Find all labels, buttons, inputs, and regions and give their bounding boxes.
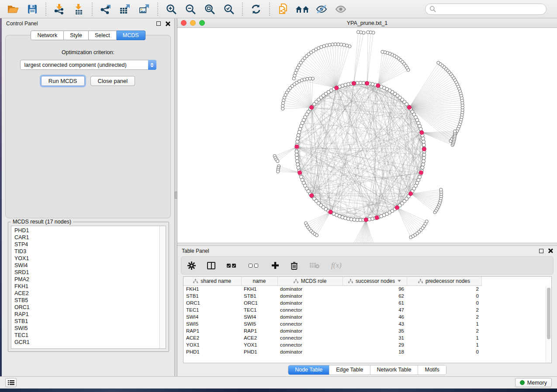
mcds-result-item[interactable]: SWI5	[14, 325, 166, 332]
mcds-result-item[interactable]: SRD1	[14, 269, 166, 276]
cell-successor-nodes[interactable]: 18	[343, 348, 407, 355]
cell-predecessor-nodes[interactable]: 2	[407, 285, 481, 292]
deselect-all-button[interactable]	[249, 260, 260, 271]
column-header-mcds-role[interactable]: MCDS role	[277, 277, 343, 285]
select-all-button[interactable]	[227, 260, 237, 271]
table-row[interactable]: SWI5 SWI5 connector 43 1	[183, 320, 481, 327]
cell-shared-name[interactable]: PHD1	[183, 348, 241, 355]
mcds-result-item[interactable]: TID3	[14, 248, 166, 255]
table-split-view-button[interactable]	[207, 260, 215, 271]
add-column-button[interactable]	[271, 260, 279, 271]
mcds-result-item[interactable]: STP4	[14, 241, 166, 248]
refresh-button[interactable]	[247, 2, 265, 17]
cell-mcds-role[interactable]: connector	[277, 320, 343, 327]
table-scrollbar[interactable]	[546, 286, 551, 362]
mcds-result-item[interactable]: PMA2	[14, 276, 166, 283]
open-file-button[interactable]	[4, 2, 22, 17]
zoom-out-button[interactable]	[182, 2, 199, 17]
show-panels-button[interactable]	[5, 378, 17, 387]
mcds-result-item[interactable]: STB1	[14, 318, 166, 325]
table-row[interactable]: RAP1 RAP1 dominator 35 2	[183, 327, 481, 334]
mcds-result-item[interactable]: YOX1	[14, 255, 166, 262]
cell-name[interactable]: YOX1	[241, 341, 277, 348]
mcds-result-item[interactable]: TEC1	[14, 332, 166, 339]
cell-shared-name[interactable]: FKH1	[183, 285, 241, 292]
cell-successor-nodes[interactable]: 31	[343, 334, 407, 341]
search-box[interactable]	[425, 3, 547, 15]
mcds-result-item[interactable]: FKH1	[14, 283, 166, 290]
cell-successor-nodes[interactable]: 46	[343, 313, 407, 320]
cell-predecessor-nodes[interactable]: 1	[407, 341, 481, 348]
table-row[interactable]: PHD1 PHD1 dominator 18 0	[183, 348, 481, 355]
cell-mcds-role[interactable]: connector	[277, 306, 343, 313]
zoom-selected-button[interactable]	[220, 2, 238, 17]
table-scrollbar-thumb[interactable]	[547, 288, 550, 339]
cell-name[interactable]: PHD1	[241, 348, 277, 355]
cell-shared-name[interactable]: TEC1	[183, 306, 241, 313]
cell-shared-name[interactable]: STB1	[183, 292, 241, 299]
cell-shared-name[interactable]: YOX1	[183, 341, 241, 348]
cell-successor-nodes[interactable]: 43	[343, 320, 407, 327]
table-row[interactable]: ACE2 ACE2 connector 31 1	[183, 334, 481, 341]
table-row[interactable]: STB1 STB1 dominator 62 0	[183, 292, 481, 299]
column-header-shared-name[interactable]: shared name	[183, 277, 241, 285]
column-header-predecessor-nodes[interactable]: predecessor nodes	[407, 277, 481, 285]
float-window-icon[interactable]	[156, 21, 161, 26]
cell-predecessor-nodes[interactable]: 2	[407, 313, 481, 320]
cell-successor-nodes[interactable]: 29	[343, 341, 407, 348]
close-panel-button[interactable]: Close panel	[90, 76, 135, 86]
result-list-scrollbar[interactable]	[159, 226, 166, 348]
table-row[interactable]: ORC1 ORC1 dominator 61 0	[183, 299, 481, 306]
mcds-result-item[interactable]: ACE2	[14, 290, 166, 297]
cell-mcds-role[interactable]: connector	[277, 341, 343, 348]
cell-predecessor-nodes[interactable]: 1	[407, 320, 481, 327]
table-row[interactable]: TEC1 TEC1 connector 47 2	[183, 306, 481, 313]
mcds-result-item[interactable]: GCR1	[14, 339, 166, 346]
run-mcds-button[interactable]: Run MCDS	[41, 76, 85, 86]
cell-mcds-role[interactable]: dominator	[277, 299, 343, 306]
cell-shared-name[interactable]: RAP1	[183, 327, 241, 334]
mcds-result-item[interactable]: ORC1	[14, 304, 166, 311]
cell-shared-name[interactable]: SWI4	[183, 313, 241, 320]
mcds-result-item[interactable]: RAP1	[14, 311, 166, 318]
cell-mcds-role[interactable]: dominator	[277, 292, 343, 299]
tab-motifs[interactable]: Motifs	[418, 365, 446, 375]
node-table[interactable]: shared name name MCDS role successor nod…	[183, 276, 552, 363]
mcds-result-item[interactable]: PHD1	[14, 227, 166, 234]
first-neighbors-button[interactable]	[294, 2, 311, 17]
save-session-button[interactable]	[24, 2, 41, 17]
float-table-panel-icon[interactable]	[539, 249, 543, 253]
table-row[interactable]: SWI4 SWI4 dominator 46 2	[183, 313, 481, 320]
cell-name[interactable]: FKH1	[241, 285, 277, 292]
import-table-button[interactable]	[70, 2, 87, 17]
network-canvas[interactable]	[177, 28, 557, 243]
cell-predecessor-nodes[interactable]: 0	[407, 292, 481, 299]
cell-predecessor-nodes[interactable]: 2	[407, 306, 481, 313]
delete-column-button[interactable]	[291, 260, 298, 271]
tab-mcds[interactable]: MCDS	[117, 31, 145, 40]
mcds-result-item[interactable]: CAR1	[14, 234, 166, 241]
duplicate-network-button[interactable]	[274, 2, 292, 17]
search-input[interactable]	[439, 6, 542, 12]
horizontal-splitter[interactable]	[177, 243, 557, 246]
cell-predecessor-nodes[interactable]: 1	[407, 334, 481, 341]
cell-name[interactable]: TEC1	[241, 306, 277, 313]
zoom-fit-button[interactable]	[201, 2, 218, 17]
column-header-successor-nodes[interactable]: successor nodes	[343, 277, 407, 285]
cell-name[interactable]: SWI5	[241, 320, 277, 327]
cell-predecessor-nodes[interactable]: 0	[407, 348, 481, 355]
cell-shared-name[interactable]: SWI5	[183, 320, 241, 327]
close-table-panel-icon[interactable]	[548, 248, 553, 253]
tab-select[interactable]: Select	[89, 31, 117, 40]
mcds-result-list[interactable]: PHD1CAR1STP4TID3YOX1SWI4SRD1PMA2FKH1ACE2…	[11, 226, 166, 349]
cell-successor-nodes[interactable]: 47	[343, 306, 407, 313]
export-image-button[interactable]	[135, 2, 153, 17]
tab-node-table[interactable]: Node Table	[288, 365, 329, 375]
import-network-button[interactable]	[51, 2, 68, 17]
cell-successor-nodes[interactable]: 62	[343, 292, 407, 299]
mcds-result-item[interactable]: STB5	[14, 297, 166, 304]
export-table-button[interactable]	[116, 2, 134, 17]
cell-successor-nodes[interactable]: 35	[343, 327, 407, 334]
cell-predecessor-nodes[interactable]: 0	[407, 299, 481, 306]
cell-shared-name[interactable]: ACE2	[183, 334, 241, 341]
